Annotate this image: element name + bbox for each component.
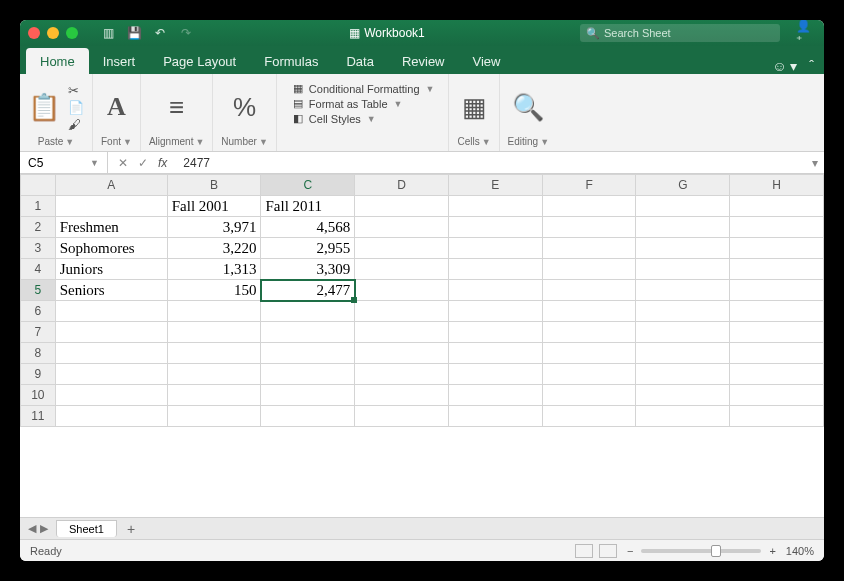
cell-H11[interactable] — [730, 406, 824, 427]
cell-A9[interactable] — [55, 364, 167, 385]
cell-C1[interactable]: Fall 2011 — [261, 196, 355, 217]
sheet-prev-icon[interactable]: ◀ — [28, 522, 36, 535]
row-header-1[interactable]: 1 — [21, 196, 56, 217]
cell-D1[interactable] — [355, 196, 449, 217]
cell-E4[interactable] — [448, 259, 542, 280]
name-box[interactable]: C5 ▼ — [20, 152, 108, 173]
cell-B7[interactable] — [167, 322, 261, 343]
tab-view[interactable]: View — [459, 48, 515, 74]
column-header-D[interactable]: D — [355, 175, 449, 196]
cell-G9[interactable] — [636, 364, 730, 385]
zoom-out-button[interactable]: − — [627, 545, 633, 557]
cell-G7[interactable] — [636, 322, 730, 343]
cell-D4[interactable] — [355, 259, 449, 280]
cell-E1[interactable] — [448, 196, 542, 217]
cell-F4[interactable] — [542, 259, 636, 280]
tab-home[interactable]: Home — [26, 48, 89, 74]
cell-E6[interactable] — [448, 301, 542, 322]
cell-styles-button[interactable]: ◧Cell Styles ▼ — [291, 112, 435, 125]
format-painter-icon[interactable]: 🖌 — [68, 117, 84, 132]
cell-F8[interactable] — [542, 343, 636, 364]
cell-F9[interactable] — [542, 364, 636, 385]
cell-B4[interactable]: 1,313 — [167, 259, 261, 280]
cell-G11[interactable] — [636, 406, 730, 427]
cell-D8[interactable] — [355, 343, 449, 364]
cell-D11[interactable] — [355, 406, 449, 427]
cell-A7[interactable] — [55, 322, 167, 343]
cell-G10[interactable] — [636, 385, 730, 406]
cell-A1[interactable] — [55, 196, 167, 217]
cell-C6[interactable] — [261, 301, 355, 322]
tab-formulas[interactable]: Formulas — [250, 48, 332, 74]
normal-view-icon[interactable] — [575, 544, 593, 558]
paste-icon[interactable]: 📋 — [28, 92, 60, 123]
cell-G4[interactable] — [636, 259, 730, 280]
cell-C5[interactable]: 2,477 — [261, 280, 355, 301]
editing-icon[interactable]: 🔍 — [512, 92, 544, 123]
cell-A8[interactable] — [55, 343, 167, 364]
cell-G2[interactable] — [636, 217, 730, 238]
row-header-6[interactable]: 6 — [21, 301, 56, 322]
cell-C10[interactable] — [261, 385, 355, 406]
cell-A2[interactable]: Freshmen — [55, 217, 167, 238]
tab-insert[interactable]: Insert — [89, 48, 150, 74]
cell-A10[interactable] — [55, 385, 167, 406]
cell-F2[interactable] — [542, 217, 636, 238]
zoom-slider[interactable] — [641, 549, 761, 553]
cell-C8[interactable] — [261, 343, 355, 364]
cell-G3[interactable] — [636, 238, 730, 259]
cells-icon[interactable]: ▦ — [462, 92, 487, 123]
cell-A5[interactable]: Seniors — [55, 280, 167, 301]
cell-G1[interactable] — [636, 196, 730, 217]
cell-D10[interactable] — [355, 385, 449, 406]
cell-B10[interactable] — [167, 385, 261, 406]
cell-D3[interactable] — [355, 238, 449, 259]
cell-G8[interactable] — [636, 343, 730, 364]
cell-A6[interactable] — [55, 301, 167, 322]
cell-E8[interactable] — [448, 343, 542, 364]
save-icon[interactable]: 💾 — [126, 25, 142, 41]
smiley-icon[interactable]: ☺ ▾ — [772, 58, 797, 74]
row-header-11[interactable]: 11 — [21, 406, 56, 427]
cell-F5[interactable] — [542, 280, 636, 301]
cell-F11[interactable] — [542, 406, 636, 427]
number-icon[interactable]: % — [233, 92, 256, 123]
chevron-down-icon[interactable]: ▼ — [90, 158, 99, 168]
autosave-icon[interactable]: ▥ — [100, 25, 116, 41]
cut-icon[interactable]: ✂ — [68, 83, 84, 98]
cell-H5[interactable] — [730, 280, 824, 301]
cell-F7[interactable] — [542, 322, 636, 343]
cell-C4[interactable]: 3,309 — [261, 259, 355, 280]
select-all-corner[interactable] — [21, 175, 56, 196]
cell-E3[interactable] — [448, 238, 542, 259]
cell-B8[interactable] — [167, 343, 261, 364]
cell-G5[interactable] — [636, 280, 730, 301]
fx-icon[interactable]: fx — [158, 156, 167, 170]
cell-D5[interactable] — [355, 280, 449, 301]
page-layout-view-icon[interactable] — [599, 544, 617, 558]
cell-H3[interactable] — [730, 238, 824, 259]
cell-F10[interactable] — [542, 385, 636, 406]
column-header-H[interactable]: H — [730, 175, 824, 196]
undo-icon[interactable]: ↶ — [152, 25, 168, 41]
cell-H6[interactable] — [730, 301, 824, 322]
cell-H9[interactable] — [730, 364, 824, 385]
conditional-formatting-button[interactable]: ▦Conditional Formatting ▼ — [291, 82, 435, 95]
cell-D9[interactable] — [355, 364, 449, 385]
minimize-icon[interactable] — [47, 27, 59, 39]
cell-C11[interactable] — [261, 406, 355, 427]
zoom-in-button[interactable]: + — [769, 545, 775, 557]
cell-B5[interactable]: 150 — [167, 280, 261, 301]
formula-input[interactable]: 2477 — [177, 156, 806, 170]
cell-E11[interactable] — [448, 406, 542, 427]
cell-C2[interactable]: 4,568 — [261, 217, 355, 238]
worksheet-grid[interactable]: ABCDEFGH1Fall 2001Fall 20112Freshmen3,97… — [20, 174, 824, 517]
cell-F1[interactable] — [542, 196, 636, 217]
cell-G6[interactable] — [636, 301, 730, 322]
cell-B6[interactable] — [167, 301, 261, 322]
enter-formula-icon[interactable]: ✓ — [138, 156, 148, 170]
column-header-A[interactable]: A — [55, 175, 167, 196]
cell-H10[interactable] — [730, 385, 824, 406]
cell-B3[interactable]: 3,220 — [167, 238, 261, 259]
row-header-2[interactable]: 2 — [21, 217, 56, 238]
